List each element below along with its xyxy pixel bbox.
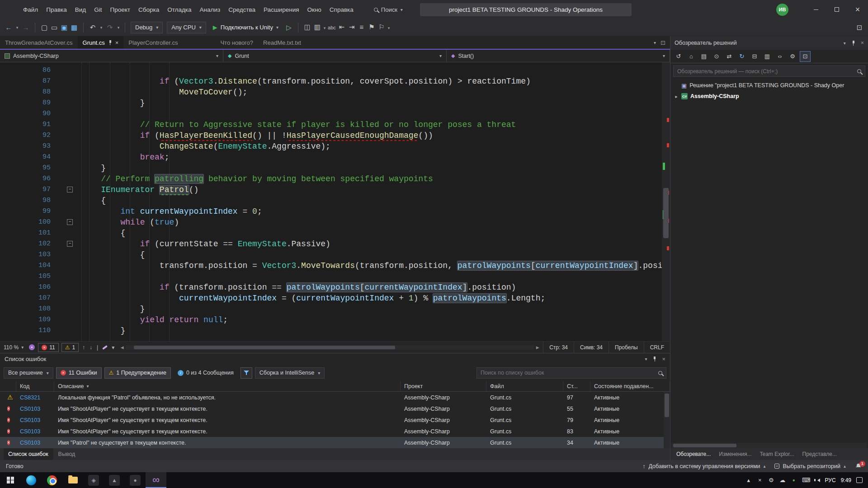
undo-icon[interactable]: ↶	[88, 22, 98, 33]
code-line[interactable]: 96 // Perform patrolling behavior by mov…	[0, 174, 670, 184]
fold-collapse-icon[interactable]: −	[67, 241, 73, 247]
breakpoint-margin[interactable]	[0, 217, 12, 228]
breakpoint-margin[interactable]	[0, 206, 12, 217]
recent-files-icon[interactable]: ⊙	[711, 51, 722, 62]
language-indicator[interactable]: РУС	[825, 477, 836, 483]
taskbar-explorer-icon[interactable]	[62, 472, 83, 488]
error-row[interactable]: ×CS0103Имя "ShootAtPlayer" не существует…	[0, 426, 670, 437]
file-column[interactable]: Файл	[486, 381, 563, 391]
redo-icon[interactable]: ↷	[105, 22, 115, 33]
error-list-search[interactable]	[476, 367, 666, 379]
breakpoint-margin[interactable]	[0, 282, 12, 293]
menu-item[interactable]: Вид	[71, 0, 90, 19]
bookmark-menu-icon[interactable]: ▾	[387, 22, 391, 34]
undo-menu-icon[interactable]: ▾	[99, 22, 104, 33]
close-button[interactable]: ×	[847, 0, 868, 19]
breakpoint-margin[interactable]	[0, 293, 12, 304]
editor-vertical-scrollbar[interactable]	[662, 62, 670, 341]
menu-item[interactable]: Правка	[42, 0, 71, 19]
breakpoint-margin[interactable]	[0, 98, 12, 108]
breakpoint-margin[interactable]	[0, 87, 12, 98]
code-line[interactable]: 88 MoveToCover();	[0, 87, 670, 98]
window-layout-menu-icon[interactable]: ▾	[322, 22, 327, 34]
tab-options-icon[interactable]: ⊡	[660, 39, 665, 46]
scrollbar-thumb[interactable]	[673, 444, 736, 447]
description-column[interactable]: Описание▾	[54, 381, 401, 391]
code-line[interactable]: 87 if (Vector3.Distance(transform.positi…	[0, 76, 670, 87]
close-panel-icon[interactable]: ×	[662, 356, 665, 362]
line-column[interactable]: Ст...	[563, 381, 590, 391]
menu-item[interactable]: Отладка	[163, 0, 195, 19]
taskbar-app-icon-3[interactable]: ●	[125, 472, 146, 488]
tray-cloud-icon[interactable]: ☁	[779, 477, 786, 483]
fold-collapse-icon[interactable]: −	[67, 187, 73, 192]
properties-icon[interactable]: ⚙	[787, 51, 798, 62]
select-repository-button[interactable]: Выбрать репозиторий ▴	[774, 463, 846, 469]
code-line[interactable]: 89 }	[0, 98, 670, 108]
redo-menu-icon[interactable]: ▾	[116, 22, 121, 33]
breakpoint-margin[interactable]	[0, 260, 12, 271]
messages-filter-button[interactable]: i 0 из 4 Сообщения	[174, 370, 238, 376]
start-button[interactable]	[0, 472, 21, 488]
error-search-input[interactable]	[481, 370, 655, 376]
navigate-back-menu-icon[interactable]: ▾	[15, 22, 19, 33]
attach-to-unity-button[interactable]: ▶ Подключить к Unity ▾	[209, 22, 283, 33]
breakpoint-margin[interactable]	[0, 184, 12, 195]
tray-volume-icon[interactable]	[816, 479, 820, 482]
menu-item[interactable]: Анализ	[196, 0, 225, 19]
breakpoint-margin[interactable]	[0, 325, 12, 336]
breakpoint-margin[interactable]	[0, 108, 12, 119]
breakpoint-margin[interactable]	[0, 174, 12, 184]
project-dropdown[interactable]: Assembly-CSharp ▾	[0, 50, 223, 62]
breakpoint-margin[interactable]	[0, 314, 12, 325]
breakpoint-margin[interactable]	[0, 195, 12, 206]
next-issue-icon[interactable]: ↓	[87, 344, 94, 351]
error-row[interactable]: ×CS0103Имя "ShootAtPlayer" не существует…	[0, 403, 670, 414]
tree-item-solution[interactable]: ▣Решение "project1 BETA TESTING GROUNDS …	[670, 80, 868, 91]
member-dropdown[interactable]: ◆ Start() ▾	[447, 50, 670, 62]
view-code-icon[interactable]: ‹›	[774, 51, 785, 62]
warning-count-button[interactable]: ⚠ 1	[61, 343, 79, 352]
tab-throwgrenadeatcover.cs[interactable]: ThrowGrenadeAtCover.cs	[0, 36, 78, 49]
code-editor[interactable]: 8687 if (Vector3.Distance(transform.posi…	[0, 62, 670, 341]
menu-item[interactable]: Сборка	[134, 0, 163, 19]
breakpoint-margin[interactable]	[0, 152, 12, 163]
error-row[interactable]: ⚠CS8321Локальная функция "Patrol" объявл…	[0, 392, 670, 403]
error-list-scrollbar[interactable]	[664, 392, 670, 448]
save-icon[interactable]: ▣	[59, 22, 69, 33]
code-line[interactable]: 109 yield return null;	[0, 314, 670, 325]
code-line[interactable]: 99 int currentWaypointIndex = 0;	[0, 206, 670, 217]
navigate-forward-icon[interactable]: →	[21, 22, 31, 33]
configuration-dropdown[interactable]: Debug ▾	[131, 22, 163, 33]
feedback-icon[interactable]: ⊡	[854, 22, 864, 33]
breakpoint-margin[interactable]	[0, 163, 12, 174]
tab--[interactable]: Что нового?	[215, 36, 258, 49]
indent-decrease-icon[interactable]: ⇤	[337, 21, 347, 33]
collapse-all-icon[interactable]: ⊟	[749, 51, 760, 62]
expand-chevron-icon[interactable]: ▸	[674, 94, 679, 99]
fold-collapse-icon[interactable]: −	[67, 219, 73, 225]
scrollbar-thumb[interactable]	[665, 394, 669, 417]
taskbar-edge-icon[interactable]	[21, 472, 42, 488]
project-column[interactable]: Проект	[401, 381, 486, 391]
account-avatar[interactable]: ИВ	[776, 4, 788, 16]
spell-check-icon[interactable]: abc	[327, 22, 337, 33]
severity-column[interactable]	[0, 381, 16, 391]
menu-item[interactable]: Файл	[19, 0, 42, 19]
code-line[interactable]: 97− IEnumerator Patrol()	[0, 184, 670, 195]
pending-changes-filter-icon[interactable]: ▤	[698, 51, 709, 62]
notifications-button[interactable]: 1	[855, 463, 862, 470]
platform-dropdown[interactable]: Any CPU ▾	[167, 22, 206, 33]
menu-item[interactable]: Средства	[224, 0, 259, 19]
breakpoint-margin[interactable]	[0, 239, 12, 249]
add-to-source-control-button[interactable]: ↑ Добавить в систему управления версиями…	[642, 463, 765, 469]
taskbar-app-icon-2[interactable]: ▲	[104, 472, 125, 488]
open-file-icon[interactable]: ▭	[49, 22, 59, 33]
previous-issue-icon[interactable]: ↑	[80, 344, 87, 351]
window-layout-icon[interactable]: ▥	[312, 21, 322, 33]
new-file-icon[interactable]: ▢	[39, 22, 49, 33]
code-line[interactable]: 93 ChangeState(EnemyState.Aggressive);	[0, 141, 670, 152]
pin-icon[interactable]	[851, 40, 855, 46]
switch-views-icon[interactable]: ⇄	[724, 51, 735, 62]
horizontal-scroll-track[interactable]	[126, 345, 534, 350]
